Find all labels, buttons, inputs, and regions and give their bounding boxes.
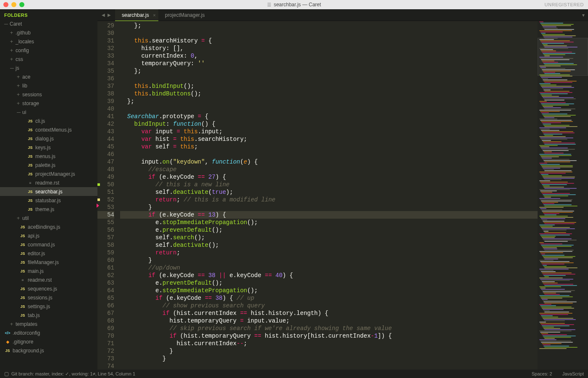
status-language[interactable]: JavaScript [562,371,584,376]
file-main-js[interactable]: JSmain.js [0,267,97,275]
folder-ui[interactable]: —ui [0,108,97,116]
code-line[interactable]: if (e.keyCode == 38 || e.keyCode == 40) … [120,272,538,279]
close-window-button[interactable] [3,2,8,7]
line-number[interactable]: 65 [97,294,114,302]
line-number[interactable]: 32 [97,45,114,52]
code-line[interactable]: }; [120,98,538,105]
code-line[interactable]: //up/down [120,264,538,272]
line-number[interactable]: 40 [97,105,114,113]
code-line[interactable] [120,75,538,82]
line-number[interactable]: 62 [97,272,114,279]
line-number[interactable]: 43 [97,128,114,135]
file-readme-rst[interactable]: ≡readme.rst [0,275,97,284]
line-number[interactable]: 33 [97,52,114,60]
folder-css[interactable]: +css [0,55,97,63]
file-settings-js[interactable]: JSsettings.js [0,302,97,311]
code-line[interactable]: history: [], [120,45,538,52]
code-line[interactable]: self.deactivate(true); [120,188,538,196]
file-editor-js[interactable]: JSeditor.js [0,249,97,258]
file-background-js[interactable]: JSbackground.js [0,346,97,355]
file-cli-js[interactable]: JScli.js [0,116,97,125]
line-number[interactable]: 70 [97,332,114,340]
code-line[interactable]: // this is a new line [120,181,538,188]
code-line[interactable] [120,105,538,113]
status-left[interactable]: Git branch: master, index: ✓, working: 1… [11,371,135,377]
tab-overflow-icon[interactable]: ▾ [582,12,585,18]
line-number[interactable]: 52 [97,196,114,204]
folder-storage[interactable]: +storage [0,99,97,108]
line-number[interactable]: 50 [97,181,114,188]
code-line[interactable]: return; [120,249,538,256]
line-number[interactable]: 30 [97,29,114,37]
file--editorconfig[interactable]: </>.editorconfig [0,328,97,337]
code-line[interactable]: } [120,347,538,355]
code-line[interactable]: self.search(); [120,234,538,241]
code-line[interactable]: Searchbar.prototype = { [120,113,538,120]
file-palette-js[interactable]: JSpalette.js [0,161,97,169]
editor[interactable]: 2930313233343536373839404142434445464748… [97,21,588,370]
folder-_locales[interactable]: +_locales [0,37,97,46]
nav-back-icon[interactable]: ◀ [102,13,105,17]
close-tab-icon[interactable]: × [153,13,155,18]
line-number[interactable]: 41 [97,113,114,120]
line-number[interactable]: 34 [97,60,114,67]
line-number[interactable]: 59 [97,249,114,256]
code-line[interactable]: if (e.keyCode == 38) { // up [120,294,538,302]
line-number[interactable]: 74 [97,362,114,370]
file-aceBindings-js[interactable]: JSaceBindings.js [0,222,97,231]
line-number[interactable]: 66 [97,302,114,309]
folder--github[interactable]: +.github [0,28,97,37]
folder-config[interactable]: +config [0,46,97,55]
line-number[interactable]: 31 [97,37,114,45]
line-number[interactable]: 38 [97,90,114,98]
line-number[interactable]: 42 [97,120,114,128]
code-line[interactable]: if (e.keyCode == 13) { [120,211,538,219]
file-theme-js[interactable]: JStheme.js [0,205,97,214]
tab-projectManager-js[interactable]: projectManager.js [158,9,214,21]
code-line[interactable]: input.on("keydown", function(e) { [120,158,538,166]
code-line[interactable]: this.bindInput(); [120,82,538,90]
code-line[interactable]: hist.currentIndex--; [120,340,538,347]
code-line[interactable] [120,29,538,37]
folder-ace[interactable]: +ace [0,72,97,81]
file-api-js[interactable]: JSapi.js [0,231,97,240]
code-line[interactable]: temporaryQuery: '' [120,60,538,67]
code-line[interactable]: // show previous search query [120,302,538,309]
line-number[interactable]: 63 [97,279,114,287]
line-number[interactable]: 67 [97,309,114,317]
code-line[interactable]: }; [120,22,538,29]
maximize-window-button[interactable] [19,2,24,7]
code-line[interactable]: self.deactivate(); [120,241,538,249]
sidebar[interactable]: FOLDERS —Caret+.github+_locales+config+c… [0,9,97,370]
line-number[interactable]: 46 [97,151,114,158]
line-number[interactable]: 73 [97,355,114,362]
file-menus-js[interactable]: JSmenus.js [0,152,97,161]
line-number[interactable]: 47 [97,158,114,166]
file-statusbar-js[interactable]: JSstatusbar.js [0,196,97,205]
minimize-window-button[interactable] [11,2,16,7]
folder-sessions[interactable]: +sessions [0,90,97,99]
line-number[interactable]: 49 [97,173,114,181]
file-fileManager-js[interactable]: JSfileManager.js [0,258,97,267]
code-line[interactable] [120,151,538,158]
code-line[interactable]: return; // this is a modified line [120,196,538,204]
code-line[interactable]: e.stopImmediatePropagation(); [120,219,538,226]
status-spaces[interactable]: Spaces: 2 [532,371,552,376]
code-line[interactable]: var hist = this.searchHistory; [120,135,538,143]
line-number[interactable]: 56 [97,226,114,234]
file-dialog-js[interactable]: JSdialog.js [0,134,97,143]
line-number[interactable]: 72 [97,347,114,355]
line-number[interactable]: 44 [97,135,114,143]
folder-templates[interactable]: +templates [0,320,97,328]
code-line[interactable]: } [120,355,538,362]
code-line[interactable]: } [120,204,538,211]
code-line[interactable]: var input = this.input; [120,128,538,135]
line-number[interactable]: 51 [97,188,114,196]
code-line[interactable]: currentIndex: 0, [120,52,538,60]
line-gutter[interactable]: 2930313233343536373839404142434445464748… [97,21,120,370]
code-line[interactable]: if (hist.temporaryQuery == hist.history[… [120,332,538,340]
line-number[interactable]: 58 [97,241,114,249]
line-number[interactable]: 71 [97,340,114,347]
code-area[interactable]: }; this.searchHistory = { history: [], c… [120,21,538,370]
nav-forward-icon[interactable]: ▶ [108,13,111,17]
